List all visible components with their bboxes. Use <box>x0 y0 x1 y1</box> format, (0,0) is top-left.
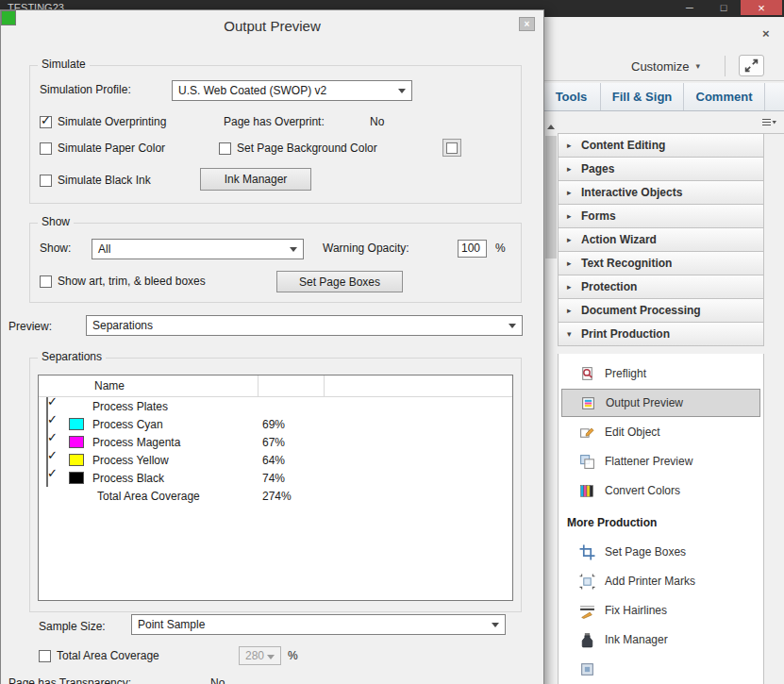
tac-unit: % <box>288 649 298 662</box>
warning-opacity-input[interactable]: 100 <box>458 240 487 258</box>
separation-checkbox[interactable]: ✓ <box>46 469 48 487</box>
separations-table-header: Name <box>39 375 512 397</box>
category-protection[interactable]: ▸Protection <box>558 275 764 299</box>
checkmark-icon: ✓ <box>47 394 58 409</box>
preview-select[interactable]: Separations <box>86 315 523 336</box>
set-page-background-color-checkbox[interactable] <box>219 142 231 155</box>
chevron-right-icon: ▸ <box>567 282 581 292</box>
dialog-close-button[interactable]: × <box>519 17 535 31</box>
tac-color-swatch <box>1 10 16 25</box>
diagonal-arrows-icon <box>743 58 759 74</box>
close-window-button[interactable]: × <box>741 0 782 15</box>
simulate-paper-color-label: Simulate Paper Color <box>58 142 165 155</box>
simulate-overprinting-checkbox[interactable]: ✓ <box>40 116 52 128</box>
black-swatch <box>69 472 84 484</box>
warning-opacity-unit: % <box>495 242 506 255</box>
column-divider <box>258 375 259 396</box>
panel-menu-icon[interactable] <box>761 115 776 132</box>
ink-manager-button[interactable]: Ink Manager <box>200 168 311 191</box>
window-controls: ─ □ × <box>673 0 782 15</box>
tool-item-preflight[interactable]: Preflight <box>561 359 760 388</box>
tool-item-add-printer-marks[interactable]: Add Printer Marks <box>561 567 760 595</box>
tac-value-select[interactable]: 280 <box>239 646 281 665</box>
tool-item-flattener-preview[interactable]: Flattener Preview <box>561 447 760 475</box>
page-background-color-swatch[interactable] <box>442 139 461 157</box>
scrollbar-thumb[interactable] <box>545 136 557 259</box>
checkmark-icon: ✓ <box>47 430 58 444</box>
minimize-button[interactable]: ─ <box>673 0 707 15</box>
set-page-boxes-icon <box>579 544 595 560</box>
separations-group: Separations Name ✓ Process Plates ✓ Proc… <box>29 358 522 612</box>
print-production-panel: Preflight Output Preview Edit Object Fla… <box>558 354 764 684</box>
simulation-profile-select[interactable]: U.S. Web Coated (SWOP) v2 <box>172 80 412 101</box>
simulate-black-ink-label: Simulate Black Ink <box>58 174 151 187</box>
checkmark-icon: ✓ <box>41 113 51 127</box>
show-group: Show Show: All Warning Opacity: 100 % Sh… <box>29 223 522 303</box>
set-page-boxes-button[interactable]: Set Page Boxes <box>276 271 403 292</box>
tool-item-output-preview[interactable]: Output Preview <box>561 389 760 417</box>
preflight-icon <box>579 366 595 382</box>
edit-object-icon <box>579 425 595 441</box>
preview-label: Preview: <box>8 320 52 333</box>
tool-item-fix-hairlines[interactable]: Fix Hairlines <box>561 596 760 625</box>
magenta-swatch <box>69 436 84 448</box>
show-select[interactable]: All <box>92 239 304 259</box>
category-print-production[interactable]: ▾Print Production <box>558 322 764 346</box>
column-divider <box>324 375 325 396</box>
customize-button[interactable]: Customize ▾ <box>627 55 704 77</box>
category-interactive-objects[interactable]: ▸Interactive Objects <box>558 180 764 205</box>
chevron-right-icon: ▸ <box>567 235 581 244</box>
maximize-button[interactable]: □ <box>707 0 741 15</box>
separation-row-process-plates: ✓ Process Plates <box>39 397 512 415</box>
page-has-transparency-value: No <box>210 676 225 684</box>
set-page-background-color-label: Set Page Background Color <box>237 142 377 155</box>
application-window: TESTING23… ─ □ × × Customize ▾ Tools Fil… <box>0 0 784 684</box>
category-text-recognition[interactable]: ▸Text Recognition <box>558 251 764 275</box>
show-legend: Show <box>38 215 74 228</box>
total-area-coverage-checkbox[interactable] <box>39 650 51 662</box>
category-action-wizard[interactable]: ▸Action Wizard <box>558 227 764 252</box>
chevron-right-icon: ▸ <box>567 141 581 150</box>
convert-colors-icon <box>579 483 595 499</box>
separation-row-total-area-coverage: Total Area Coverage 274% <box>39 487 512 505</box>
name-column-header: Name <box>94 379 125 392</box>
chevron-right-icon: ▸ <box>567 306 581 315</box>
sample-size-select[interactable]: Point Sample <box>131 614 506 635</box>
task-pane: × Customize ▾ Tools Fill & Sign Comment … <box>542 17 784 684</box>
fix-hairlines-icon <box>579 603 595 619</box>
more-production-header: More Production <box>567 516 763 529</box>
tool-item-convert-colors[interactable]: Convert Colors <box>561 476 760 505</box>
chevron-right-icon: ▸ <box>567 164 581 174</box>
chevron-right-icon: ▸ <box>567 211 581 221</box>
checkmark-icon: ✓ <box>47 448 58 462</box>
simulate-legend: Simulate <box>38 58 90 71</box>
category-pages[interactable]: ▸Pages <box>558 157 764 181</box>
tab-fill-sign[interactable]: Fill & Sign <box>601 83 684 110</box>
pane-close-icon[interactable]: × <box>762 26 770 41</box>
tool-item-clipped[interactable] <box>561 655 760 683</box>
add-printer-marks-icon <box>579 574 595 590</box>
category-document-processing[interactable]: ▸Document Processing <box>558 298 764 323</box>
expand-pane-button[interactable] <box>739 55 764 76</box>
checkmark-icon: ✓ <box>47 412 58 426</box>
customize-label: Customize <box>631 59 689 74</box>
show-boxes-checkbox[interactable] <box>40 275 52 288</box>
category-forms[interactable]: ▸Forms <box>558 204 764 228</box>
tool-item-edit-object[interactable]: Edit Object <box>561 418 760 446</box>
tab-comment[interactable]: Comment <box>684 83 765 110</box>
simulate-paper-color-checkbox[interactable] <box>40 142 52 155</box>
tab-tools[interactable]: Tools <box>542 83 601 110</box>
tool-category-list: ▸Content Editing ▸Pages ▸Interactive Obj… <box>558 133 764 346</box>
tool-item-ink-manager[interactable]: Ink Manager <box>561 626 760 654</box>
chevron-right-icon: ▸ <box>567 259 581 268</box>
tool-item-set-page-boxes[interactable]: Set Page Boxes <box>561 538 760 566</box>
simulate-overprinting-label: Simulate Overprinting <box>58 115 166 128</box>
scroll-up-arrow-icon[interactable] <box>547 125 555 129</box>
clipped-tool-icon <box>579 661 595 677</box>
pane-tabs: Tools Fill & Sign Comment <box>542 83 784 111</box>
vertical-scrollbar[interactable] <box>543 120 558 684</box>
separations-table: Name ✓ Process Plates ✓ Process Cyan 69% <box>38 375 513 601</box>
simulate-black-ink-checkbox[interactable] <box>40 175 52 187</box>
category-content-editing[interactable]: ▸Content Editing <box>558 133 764 158</box>
total-area-coverage-label: Total Area Coverage <box>57 649 159 662</box>
